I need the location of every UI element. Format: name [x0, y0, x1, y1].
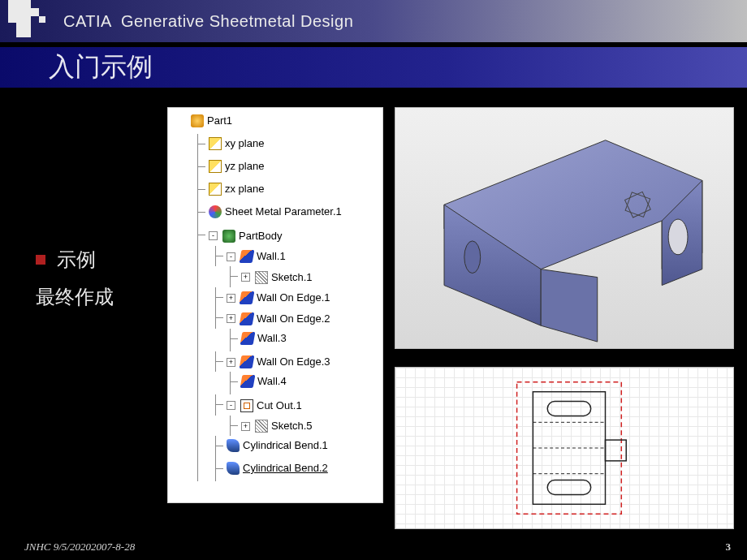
tree-item[interactable]: Wall On Edge.2 — [257, 309, 330, 329]
part-icon — [191, 114, 204, 127]
expand-icon[interactable]: - — [227, 401, 235, 410]
wall-icon — [240, 332, 256, 345]
svg-rect-12 — [547, 480, 590, 495]
tree-root-label[interactable]: Part1 — [207, 111, 232, 131]
wall-icon — [240, 250, 255, 263]
tree-item[interactable]: PartBody — [239, 226, 282, 246]
expand-icon[interactable]: + — [241, 273, 250, 282]
slide-title-text: 入门示例 — [49, 50, 153, 85]
plane-icon — [209, 183, 222, 196]
sketch-icon — [255, 420, 268, 433]
svg-rect-11 — [547, 402, 590, 416]
footer: JNHC 9/5/20202007-8-28 3 — [24, 541, 731, 554]
partbody-icon — [222, 230, 235, 243]
tree-item[interactable]: Wall.1 — [257, 247, 286, 266]
tree-item[interactable]: Wall On Edge.3 — [257, 352, 330, 372]
flat-pattern-preview — [395, 367, 734, 529]
slide-title: 入门示例 — [0, 47, 747, 88]
plane-icon — [209, 137, 222, 150]
tree-item[interactable]: Cut Out.1 — [257, 396, 302, 416]
svg-marker-3 — [541, 269, 598, 342]
wall-icon — [240, 312, 255, 325]
tree-item[interactable]: Sheet Metal Parameter.1 — [225, 202, 342, 222]
tree-item[interactable]: Wall.3 — [257, 329, 287, 348]
expand-icon[interactable]: - — [227, 252, 235, 261]
svg-point-5 — [464, 241, 481, 274]
bend-icon — [227, 439, 240, 452]
logo-icon — [8, 0, 54, 42]
svg-rect-10 — [605, 440, 626, 461]
tree-item[interactable]: Sketch.5 — [271, 416, 313, 436]
tree-item[interactable]: Sketch.1 — [271, 268, 313, 287]
sheetmetal-3d-icon — [395, 108, 733, 348]
svg-point-4 — [668, 219, 688, 255]
tree-item[interactable]: zx plane — [225, 179, 264, 199]
tree-item[interactable]: Cylindrical Bend.1 — [243, 436, 328, 455]
header-bar: CATIA Generative Sheetmetal Design — [0, 0, 747, 42]
wall-icon — [240, 291, 255, 304]
sketch-icon — [255, 271, 268, 284]
square-bullet-icon — [36, 255, 45, 265]
body-text-column: 示例 最终作成 — [0, 101, 159, 526]
bullet-item-1: 示例 — [36, 247, 159, 273]
wall-icon — [240, 375, 256, 388]
tree-item[interactable]: Wall.4 — [257, 372, 287, 391]
cut-icon — [240, 399, 253, 412]
bullet-text-1: 示例 — [57, 247, 96, 273]
tree-item[interactable]: Cylindrical Bend.2 — [243, 459, 328, 478]
expand-icon[interactable]: + — [241, 422, 250, 431]
expand-icon[interactable]: + — [227, 314, 235, 323]
brand-text: CATIA — [63, 12, 111, 30]
parameter-icon — [209, 205, 222, 218]
expand-icon[interactable]: + — [227, 294, 235, 303]
footer-left: JNHC 9/5/20202007-8-28 — [24, 541, 135, 554]
collapse-icon[interactable]: - — [209, 231, 218, 240]
plane-icon — [209, 160, 222, 173]
expand-icon[interactable]: + — [227, 358, 235, 367]
flat-pattern-icon — [395, 368, 733, 528]
specification-tree[interactable]: Part1xy planeyz planezx planeSheet Metal… — [167, 107, 383, 503]
bend-icon — [227, 462, 240, 475]
tree-item[interactable]: xy plane — [225, 134, 264, 153]
tree-item[interactable]: yz plane — [225, 157, 264, 176]
header-subtitle: Generative Sheetmetal Design — [121, 12, 353, 30]
header-title: CATIA Generative Sheetmetal Design — [63, 12, 353, 31]
body-line-2: 最终作成 — [36, 284, 159, 310]
model-3d-preview — [395, 107, 734, 349]
wall-icon — [240, 355, 255, 368]
tree-item[interactable]: Wall On Edge.1 — [257, 288, 330, 308]
page-number: 3 — [726, 541, 732, 554]
